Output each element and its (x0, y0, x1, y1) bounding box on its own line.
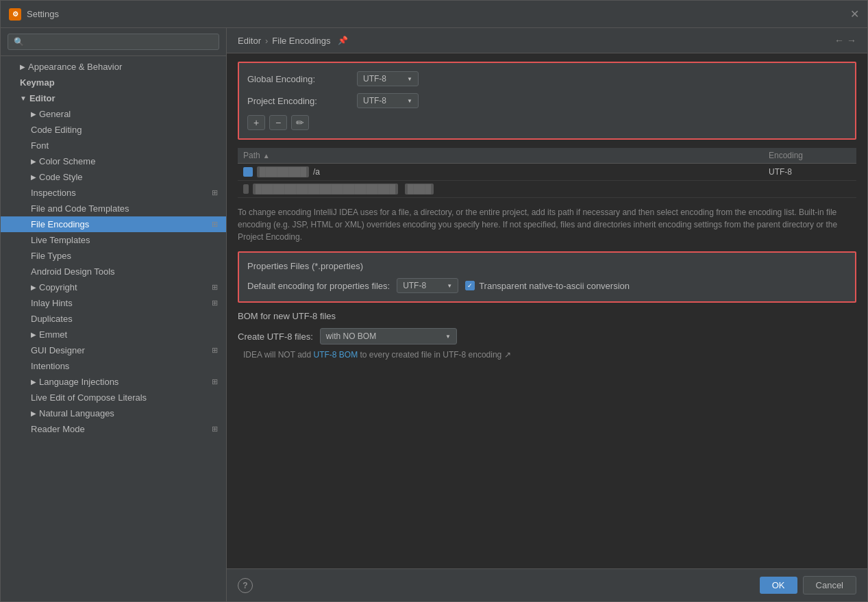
edit-button[interactable]: ✏ (291, 115, 309, 130)
forward-arrow[interactable]: → (847, 35, 856, 46)
table-row[interactable]: ████████████████████████ ████ (238, 181, 856, 198)
sidebar-item-keymap[interactable]: Keymap (1, 75, 226, 90)
table-header: Path ▲ Encoding (238, 148, 856, 164)
sidebar-item-inspections[interactable]: Inspections ⊞ (1, 185, 226, 201)
footer: ? OK Cancel (227, 568, 867, 601)
sidebar-item-language-injections[interactable]: ▶ Language Injections ⊞ (1, 374, 226, 390)
row-encoding: UTF-8 (769, 167, 851, 177)
project-encoding-dropdown[interactable]: UTF-8 ▼ (357, 93, 419, 108)
titlebar: ⚙ Settings ✕ (1, 1, 867, 28)
sidebar-item-code-editing[interactable]: Code Editing (1, 122, 226, 138)
sidebar-item-reader-mode[interactable]: Reader Mode ⊞ (1, 421, 226, 437)
bom-create-dropdown[interactable]: with NO BOM ▼ (320, 328, 457, 344)
ok-button[interactable]: OK (760, 577, 797, 594)
bom-info: IDEA will NOT add UTF-8 BOM to every cre… (243, 350, 856, 360)
bom-section: BOM for new UTF-8 files Create UTF-8 fil… (238, 311, 856, 360)
sidebar-item-natural-languages[interactable]: ▶ Natural Languages (1, 405, 226, 421)
checkbox-wrap: ✓ Transparent native-to-ascii conversion (465, 281, 630, 291)
sidebar-item-label: Keymap (20, 77, 55, 88)
remove-button[interactable]: − (269, 115, 287, 130)
right-panel: Editor › File Encodings 📌 ← → Global Enc… (227, 28, 867, 601)
sidebar-item-font[interactable]: Font (1, 138, 226, 153)
nav-tree: ▶ Appearance & Behavior Keymap ▼ Editor … (1, 56, 226, 601)
toolbar-buttons: + − ✏ (247, 115, 847, 130)
nav-arrows: ← → (834, 35, 856, 46)
settings-badge: ⊞ (212, 188, 218, 197)
panel-body: Global Encoding: UTF-8 ▼ Project Encodin… (227, 53, 867, 568)
table-row[interactable]: ████████ /a UTF-8 (238, 164, 856, 181)
sidebar-item-appearance[interactable]: ▶ Appearance & Behavior (1, 59, 226, 75)
row-path: ████████████████████████ ████ (243, 184, 769, 195)
dropdown-arrow: ▼ (447, 283, 452, 289)
sidebar-item-gui-designer[interactable]: GUI Designer ⊞ (1, 342, 226, 358)
window-title: Settings (27, 9, 59, 19)
sidebar-item-general[interactable]: ▶ General (1, 106, 226, 122)
expand-arrow: ▶ (31, 158, 36, 165)
default-encoding-dropdown[interactable]: UTF-8 ▼ (397, 278, 458, 293)
sidebar-item-label: GUI Designer (31, 345, 85, 355)
transparency-checkbox[interactable]: ✓ (465, 281, 475, 290)
help-button[interactable]: ? (238, 578, 253, 593)
sidebar-item-label: Color Scheme (39, 156, 95, 166)
sidebar-item-color-scheme[interactable]: ▶ Color Scheme (1, 153, 226, 169)
bom-create-label: Create UTF-8 files: (238, 331, 313, 342)
sidebar-item-duplicates[interactable]: Duplicates (1, 311, 226, 327)
breadcrumb-editor: Editor (238, 36, 261, 46)
sidebar-item-file-encodings[interactable]: File Encodings ⊞ (1, 216, 226, 232)
sort-arrow[interactable]: ▲ (263, 152, 270, 160)
file-path-blurred2: ████ (405, 184, 434, 195)
default-encoding-value: UTF-8 (403, 281, 426, 290)
sidebar-item-android-design-tools[interactable]: Android Design Tools (1, 264, 226, 279)
sidebar-item-file-code-templates[interactable]: File and Code Templates (1, 201, 226, 216)
close-button[interactable]: ✕ (850, 8, 859, 21)
expand-arrow: ▶ (31, 331, 36, 338)
encoding-table: Path ▲ Encoding ████████ /a UTF-8 (238, 148, 856, 198)
sidebar-item-file-types[interactable]: File Types (1, 248, 226, 264)
sidebar-item-label: Code Style (39, 172, 83, 182)
sidebar-item-label: File Encodings (31, 219, 89, 229)
app-icon: ⚙ (9, 8, 21, 21)
default-encoding-row: Default encoding for properties files: U… (247, 278, 847, 293)
project-encoding-value: UTF-8 (363, 96, 386, 105)
search-input[interactable] (8, 34, 219, 50)
sidebar-item-intentions[interactable]: Intentions (1, 358, 226, 374)
global-encoding-dropdown[interactable]: UTF-8 ▼ (357, 71, 419, 86)
sidebar-item-live-templates[interactable]: Live Templates (1, 232, 226, 248)
bom-create-value: with NO BOM (326, 331, 376, 341)
sidebar-item-label: Natural Languages (39, 408, 114, 418)
sidebar-item-label: Duplicates (31, 314, 73, 324)
bom-title: BOM for new UTF-8 files (238, 311, 856, 321)
sidebar-item-label: Live Templates (31, 235, 90, 245)
default-encoding-label: Default encoding for properties files: (247, 281, 390, 291)
settings-badge: ⊞ (212, 283, 218, 292)
bom-info-link[interactable]: UTF-8 BOM (313, 350, 358, 360)
expand-arrow: ▶ (31, 378, 36, 386)
sidebar-item-label: Live Edit of Compose Literals (31, 392, 147, 403)
checkbox-label: Transparent native-to-ascii conversion (479, 281, 630, 291)
global-encoding-value: UTF-8 (363, 74, 386, 84)
sidebar-item-label: General (39, 109, 71, 119)
sidebar: ▶ Appearance & Behavior Keymap ▼ Editor … (1, 28, 227, 601)
sidebar-item-inlay-hints[interactable]: Inlay Hints ⊞ (1, 295, 226, 311)
add-button[interactable]: + (247, 115, 265, 130)
info-text-content: To change encoding IntelliJ IDEA uses fo… (238, 208, 837, 242)
sidebar-item-live-edit[interactable]: Live Edit of Compose Literals (1, 390, 226, 405)
dropdown-arrow: ▼ (407, 98, 412, 104)
sidebar-item-label: Emmet (39, 329, 67, 340)
cancel-button[interactable]: Cancel (803, 576, 856, 594)
sidebar-item-copyright[interactable]: ▶ Copyright ⊞ (1, 279, 226, 295)
sidebar-item-code-style[interactable]: ▶ Code Style (1, 169, 226, 185)
global-encoding-row: Global Encoding: UTF-8 ▼ (247, 71, 847, 86)
sidebar-item-label: Language Injections (39, 377, 119, 387)
sidebar-item-label: Editor (29, 93, 55, 103)
expand-arrow: ▶ (20, 63, 25, 71)
properties-section-title: Properties Files (*.properties) (247, 261, 847, 271)
top-section: Global Encoding: UTF-8 ▼ Project Encodin… (238, 62, 856, 140)
global-encoding-label: Global Encoding: (247, 74, 357, 84)
sidebar-item-editor[interactable]: ▼ Editor (1, 90, 226, 106)
pin-icon[interactable]: 📌 (338, 36, 348, 45)
settings-badge: ⊞ (212, 346, 218, 355)
back-arrow[interactable]: ← (834, 35, 844, 46)
sidebar-item-label: Intentions (31, 361, 69, 371)
sidebar-item-emmet[interactable]: ▶ Emmet (1, 327, 226, 342)
